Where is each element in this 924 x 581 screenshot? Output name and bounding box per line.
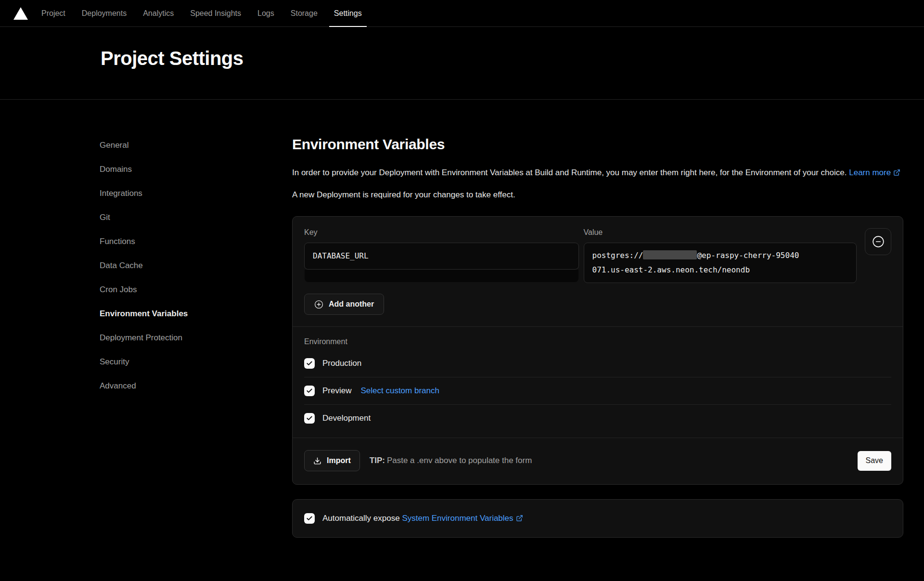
- page-header: Project Settings: [0, 27, 924, 100]
- nav-tab-label: Speed Insights: [190, 9, 241, 18]
- remove-variable-button[interactable]: [865, 228, 891, 255]
- import-button-label: Import: [327, 456, 351, 465]
- nav-tabs: Project Deployments Analytics Speed Insi…: [41, 0, 362, 26]
- preview-checkbox[interactable]: [304, 386, 315, 396]
- tip-body: Paste a .env above to populate the form: [387, 456, 532, 465]
- vercel-logo[interactable]: [13, 7, 28, 20]
- key-label: Key: [304, 228, 579, 237]
- top-nav: Project Deployments Analytics Speed Insi…: [0, 0, 924, 27]
- sidebar-item-functions[interactable]: Functions: [100, 230, 292, 254]
- row-divider: [304, 404, 891, 405]
- value-label: Value: [584, 228, 857, 237]
- auto-expose-checkbox[interactable]: [304, 513, 315, 524]
- select-custom-branch-link[interactable]: Select custom branch: [360, 386, 439, 396]
- spacer: [293, 431, 903, 438]
- key-input[interactable]: DATABASE_URL: [304, 243, 579, 270]
- environment-row-preview: Preview Select custom branch: [304, 378, 891, 403]
- nav-tab-project[interactable]: Project: [41, 0, 65, 26]
- value-host-part1: @ep-raspy-cherry-95040: [697, 251, 799, 260]
- sidebar-item-advanced[interactable]: Advanced: [100, 374, 292, 398]
- check-icon: [306, 360, 313, 367]
- key-value-section: Key DATABASE_URL Value postgres://@ep-ra…: [293, 217, 903, 315]
- auto-expose-label: Automatically expose: [322, 514, 402, 523]
- check-icon: [306, 415, 313, 422]
- development-checkbox[interactable]: [304, 413, 315, 424]
- key-input-extension: [305, 270, 578, 282]
- import-button[interactable]: Import: [304, 450, 360, 471]
- plus-circle-icon: [314, 300, 323, 309]
- development-checkbox-label[interactable]: Development: [322, 413, 371, 423]
- settings-sidebar: General Domains Integrations Git Functio…: [100, 133, 292, 538]
- nav-tab-settings[interactable]: Settings: [334, 0, 362, 26]
- section-heading: Environment Variables: [292, 136, 903, 153]
- add-another-label: Add another: [329, 300, 374, 309]
- nav-tab-label: Deployments: [82, 9, 127, 18]
- row-divider: [304, 377, 891, 377]
- key-input-value: DATABASE_URL: [313, 251, 369, 260]
- sidebar-item-cron-jobs[interactable]: Cron Jobs: [100, 278, 292, 302]
- nav-tab-deployments[interactable]: Deployments: [82, 0, 127, 26]
- environment-row-production: Production: [304, 351, 891, 376]
- production-checkbox[interactable]: [304, 358, 315, 369]
- card-footer: Import TIP:Paste a .env above to populat…: [293, 438, 903, 484]
- sidebar-item-deployment-protection[interactable]: Deployment Protection: [100, 326, 292, 350]
- sidebar-item-integrations[interactable]: Integrations: [100, 181, 292, 206]
- download-icon: [313, 457, 321, 465]
- environment-row-development: Development: [304, 406, 891, 431]
- external-link-icon: [893, 169, 900, 176]
- sidebar-item-security[interactable]: Security: [100, 350, 292, 374]
- add-another-button[interactable]: Add another: [304, 294, 384, 315]
- auto-expose-card: Automatically expose System Environment …: [292, 499, 903, 538]
- minus-circle-icon: [872, 235, 885, 248]
- page-title: Project Settings: [101, 46, 924, 70]
- env-vars-card: Key DATABASE_URL Value postgres://@ep-ra…: [292, 216, 903, 485]
- system-env-vars-link[interactable]: System Environment Variables: [402, 514, 523, 523]
- deployment-note: A new Deployment is required for your ch…: [292, 190, 903, 200]
- value-host-part2: 071.us-east-2.aws.neon.tech/neondb: [592, 265, 750, 274]
- redacted-secret: [643, 250, 697, 259]
- active-tab-underline: [329, 26, 367, 27]
- vercel-triangle-icon: [13, 7, 28, 20]
- environment-label: Environment: [293, 327, 903, 351]
- production-checkbox-label[interactable]: Production: [322, 359, 361, 368]
- sidebar-item-git[interactable]: Git: [100, 206, 292, 230]
- description-text: In order to provide your Deployment with…: [292, 168, 847, 177]
- check-icon: [306, 387, 313, 394]
- auto-expose-text: Automatically expose System Environment …: [322, 514, 523, 523]
- value-input[interactable]: postgres://@ep-raspy-cherry-95040 071.us…: [584, 243, 857, 283]
- content: General Domains Integrations Git Functio…: [0, 100, 924, 538]
- check-icon: [306, 515, 313, 522]
- value-prefix: postgres://: [592, 251, 643, 260]
- main-panel: Environment Variables In order to provid…: [292, 133, 903, 538]
- learn-more-link[interactable]: Learn more: [849, 168, 900, 177]
- sidebar-item-environment-variables[interactable]: Environment Variables: [100, 302, 292, 326]
- nav-tab-label: Project: [41, 9, 65, 18]
- sidebar-item-general[interactable]: General: [100, 133, 292, 157]
- system-env-vars-label: System Environment Variables: [402, 514, 513, 523]
- section-description: In order to provide your Deployment with…: [292, 165, 903, 181]
- tip-text: TIP:Paste a .env above to populate the f…: [370, 456, 532, 465]
- sidebar-item-data-cache[interactable]: Data Cache: [100, 254, 292, 278]
- sidebar-item-domains[interactable]: Domains: [100, 157, 292, 181]
- nav-tab-label: Storage: [291, 9, 318, 18]
- nav-tab-logs[interactable]: Logs: [257, 0, 274, 26]
- learn-more-label: Learn more: [849, 168, 891, 177]
- nav-tab-label: Logs: [257, 9, 274, 18]
- nav-tab-speed-insights[interactable]: Speed Insights: [190, 0, 241, 26]
- save-button[interactable]: Save: [858, 451, 891, 471]
- nav-tab-analytics[interactable]: Analytics: [143, 0, 174, 26]
- tip-prefix: TIP:: [370, 456, 385, 465]
- external-link-icon: [516, 515, 523, 522]
- nav-tab-label: Analytics: [143, 9, 174, 18]
- nav-tab-storage[interactable]: Storage: [291, 0, 318, 26]
- nav-tab-label: Settings: [334, 9, 362, 18]
- preview-checkbox-label[interactable]: Preview: [322, 386, 351, 396]
